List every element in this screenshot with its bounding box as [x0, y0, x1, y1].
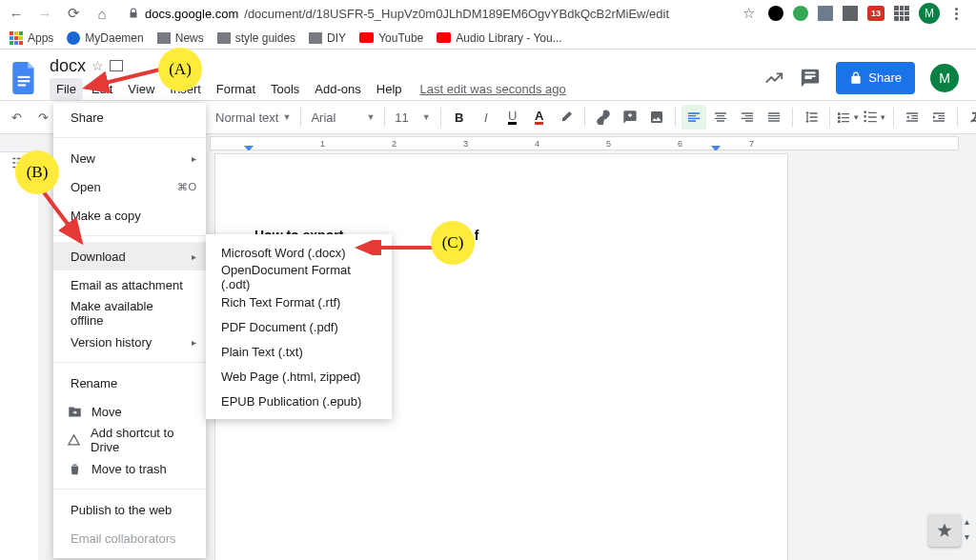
file-publish[interactable]: Publish to the web [53, 495, 206, 524]
browser-profile-avatar[interactable]: M [919, 3, 940, 24]
paragraph-style[interactable]: Normal text▼ [212, 105, 295, 130]
clear-format-icon[interactable] [964, 105, 976, 130]
insert-link-icon[interactable] [591, 105, 616, 130]
menu-separator [53, 362, 206, 363]
omnibox[interactable]: docs.google.com/document/d/18USFR-5_HupV… [122, 2, 728, 25]
redo-icon[interactable]: ↷ [30, 105, 55, 130]
menubar: File Edit View Insert Format Tools Add-o… [50, 78, 566, 100]
submenu-arrow-icon: ▸ [192, 251, 196, 262]
indent-icon[interactable] [926, 105, 951, 130]
nav-forward-icon[interactable]: → [36, 6, 53, 22]
bullet-list-icon[interactable]: ▼ [863, 105, 887, 130]
file-new[interactable]: New▸ [53, 144, 206, 172]
align-justify-icon[interactable] [762, 105, 786, 130]
explore-button[interactable] [928, 514, 961, 547]
file-share[interactable]: Share [53, 103, 206, 131]
menu-format[interactable]: Format [210, 78, 262, 100]
share-button[interactable]: Share [836, 62, 915, 94]
download-epub[interactable]: EPUB Publication (.epub) [206, 389, 392, 413]
browser-toolbar: ← → ⟳ ⌂ docs.google.com/document/d/18USF… [0, 0, 976, 27]
file-open[interactable]: Open⌘O [53, 172, 206, 201]
menu-edit[interactable]: Edit [85, 78, 119, 100]
outdent-icon[interactable] [900, 105, 925, 130]
bookmark-item[interactable]: MyDaemen [67, 31, 143, 45]
apps-shortcut[interactable]: Apps [10, 31, 53, 45]
download-txt[interactable]: Plain Text (.txt) [206, 339, 392, 364]
align-left-icon[interactable] [681, 105, 706, 130]
menu-file[interactable]: File [50, 78, 83, 100]
star-icon[interactable]: ☆ [92, 58, 104, 73]
download-docx[interactable]: Microsoft Word (.docx) [206, 240, 392, 265]
checklist-icon[interactable]: ▼ [836, 105, 861, 130]
nav-back-icon[interactable]: ← [8, 6, 25, 22]
font-family[interactable]: Arial▼ [307, 105, 378, 130]
svg-rect-1 [18, 80, 30, 82]
doc-title[interactable]: docx [50, 56, 86, 76]
account-avatar[interactable]: M [930, 64, 959, 92]
menu-view[interactable]: View [121, 78, 161, 100]
bookmark-item[interactable]: YouTube [359, 31, 423, 45]
ruler[interactable]: 1 2 3 4 5 6 7 [210, 136, 959, 150]
drive-shortcut-icon [67, 432, 81, 448]
file-available-offline[interactable]: Make available offline [53, 299, 206, 328]
bookmark-item[interactable]: style guides [217, 31, 295, 45]
url-host: docs.google.com [145, 7, 238, 21]
submenu-arrow-icon: ▸ [192, 337, 196, 348]
move-folder-icon[interactable] [110, 60, 123, 71]
folder-icon [309, 32, 322, 44]
ext-badge[interactable]: 13 [867, 6, 884, 21]
file-rename[interactable]: Rename [53, 369, 206, 397]
nav-reload-icon[interactable]: ⟳ [65, 5, 82, 22]
share-label: Share [868, 70, 902, 85]
url-path: /document/d/18USFR-5_HupVz0m0JLhDM189EM6… [244, 7, 669, 21]
highlight-icon[interactable] [554, 105, 579, 130]
download-pdf[interactable]: PDF Document (.pdf) [206, 314, 392, 339]
menu-separator [53, 137, 206, 138]
download-html[interactable]: Web Page (.html, zipped) [206, 364, 392, 389]
apps-label: Apps [28, 31, 53, 45]
bookmark-item[interactable]: News [157, 31, 204, 45]
menu-tools[interactable]: Tools [264, 78, 306, 100]
ext-icon-4[interactable] [843, 6, 858, 21]
bookmark-item[interactable]: Audio Library - You... [437, 31, 561, 45]
align-right-icon[interactable] [735, 105, 760, 130]
file-trash[interactable]: Move to trash [53, 454, 206, 483]
bookmark-star-icon[interactable]: ☆ [740, 5, 757, 22]
file-email-attachment[interactable]: Email as attachment [53, 270, 206, 299]
underline-icon[interactable]: U [500, 105, 525, 130]
text-color-icon[interactable]: A [527, 105, 552, 130]
bold-icon[interactable]: B [447, 105, 472, 130]
menu-help[interactable]: Help [370, 78, 409, 100]
docs-header: docx ☆ File Edit View Insert Format Tool… [0, 50, 976, 100]
align-center-icon[interactable] [708, 105, 733, 130]
undo-icon[interactable]: ↶ [4, 105, 29, 130]
file-move[interactable]: Move [53, 397, 206, 426]
ext-icon-3[interactable] [818, 6, 833, 21]
nav-home-icon[interactable]: ⌂ [93, 6, 111, 22]
comments-icon[interactable] [800, 68, 821, 89]
font-size[interactable]: 11▼ [391, 105, 434, 130]
menu-addons[interactable]: Add-ons [308, 78, 367, 100]
ext-icon-5[interactable] [894, 6, 909, 21]
download-rtf[interactable]: Rich Text Format (.rtf) [206, 290, 392, 314]
insert-image-icon[interactable] [644, 105, 669, 130]
activity-icon[interactable] [763, 68, 784, 89]
shortcut-label: ⌘O [177, 181, 196, 193]
file-download[interactable]: Download▸ [53, 242, 206, 270]
file-add-shortcut[interactable]: Add shortcut to Drive [53, 426, 206, 454]
docs-logo[interactable] [8, 61, 42, 95]
file-version-history[interactable]: Version history▸ [53, 328, 206, 356]
line-spacing-icon[interactable] [799, 105, 824, 130]
browser-menu-icon[interactable] [949, 8, 963, 20]
file-make-copy[interactable]: Make a copy [53, 201, 206, 230]
download-odt[interactable]: OpenDocument Format (.odt) [206, 265, 392, 290]
scroll-up-icon[interactable]: ▴ [960, 514, 973, 528]
bookmark-item[interactable]: DIY [309, 31, 346, 45]
insert-comment-icon[interactable] [618, 105, 642, 130]
ext-icon-1[interactable] [768, 6, 783, 21]
last-edit-link[interactable]: Last edit was seconds ago [420, 82, 566, 96]
italic-icon[interactable]: I [474, 105, 498, 130]
ext-icon-2[interactable] [793, 6, 808, 21]
menu-separator [53, 235, 206, 236]
scroll-down-icon[interactable]: ▾ [960, 530, 973, 543]
